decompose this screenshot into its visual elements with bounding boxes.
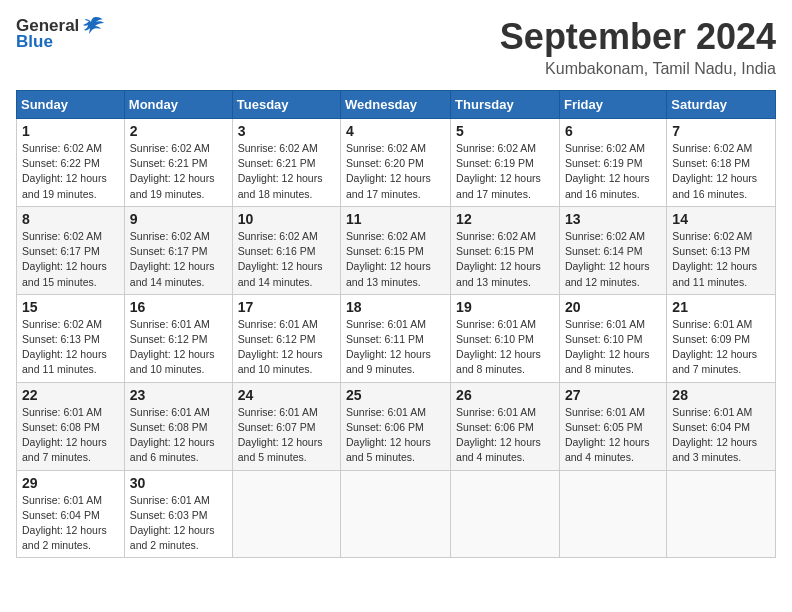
title-area: September 2024 Kumbakonam, Tamil Nadu, I… <box>500 16 776 78</box>
day-number: 17 <box>238 299 335 315</box>
day-number: 27 <box>565 387 661 403</box>
day-info: Sunrise: 6:02 AM Sunset: 6:17 PM Dayligh… <box>130 229 227 290</box>
day-info: Sunrise: 6:02 AM Sunset: 6:15 PM Dayligh… <box>456 229 554 290</box>
calendar-cell: 26 Sunrise: 6:01 AM Sunset: 6:06 PM Dayl… <box>451 382 560 470</box>
calendar-cell: 28 Sunrise: 6:01 AM Sunset: 6:04 PM Dayl… <box>667 382 776 470</box>
col-header-friday: Friday <box>559 91 666 119</box>
calendar-cell: 15 Sunrise: 6:02 AM Sunset: 6:13 PM Dayl… <box>17 294 125 382</box>
day-number: 8 <box>22 211 119 227</box>
calendar-cell <box>667 470 776 558</box>
calendar-cell: 4 Sunrise: 6:02 AM Sunset: 6:20 PM Dayli… <box>341 119 451 207</box>
day-info: Sunrise: 6:01 AM Sunset: 6:04 PM Dayligh… <box>22 493 119 554</box>
calendar-cell: 7 Sunrise: 6:02 AM Sunset: 6:18 PM Dayli… <box>667 119 776 207</box>
calendar-cell: 13 Sunrise: 6:02 AM Sunset: 6:14 PM Dayl… <box>559 206 666 294</box>
day-number: 15 <box>22 299 119 315</box>
calendar-cell: 3 Sunrise: 6:02 AM Sunset: 6:21 PM Dayli… <box>232 119 340 207</box>
calendar-cell: 21 Sunrise: 6:01 AM Sunset: 6:09 PM Dayl… <box>667 294 776 382</box>
calendar-table: SundayMondayTuesdayWednesdayThursdayFrid… <box>16 90 776 558</box>
calendar-cell: 2 Sunrise: 6:02 AM Sunset: 6:21 PM Dayli… <box>124 119 232 207</box>
day-number: 26 <box>456 387 554 403</box>
day-number: 28 <box>672 387 770 403</box>
calendar-cell: 17 Sunrise: 6:01 AM Sunset: 6:12 PM Dayl… <box>232 294 340 382</box>
calendar-cell: 24 Sunrise: 6:01 AM Sunset: 6:07 PM Dayl… <box>232 382 340 470</box>
day-number: 7 <box>672 123 770 139</box>
calendar-cell: 14 Sunrise: 6:02 AM Sunset: 6:13 PM Dayl… <box>667 206 776 294</box>
day-number: 16 <box>130 299 227 315</box>
day-info: Sunrise: 6:02 AM Sunset: 6:19 PM Dayligh… <box>456 141 554 202</box>
day-info: Sunrise: 6:01 AM Sunset: 6:04 PM Dayligh… <box>672 405 770 466</box>
calendar-cell <box>232 470 340 558</box>
calendar-cell: 23 Sunrise: 6:01 AM Sunset: 6:08 PM Dayl… <box>124 382 232 470</box>
calendar-cell: 12 Sunrise: 6:02 AM Sunset: 6:15 PM Dayl… <box>451 206 560 294</box>
day-number: 12 <box>456 211 554 227</box>
calendar-cell: 5 Sunrise: 6:02 AM Sunset: 6:19 PM Dayli… <box>451 119 560 207</box>
calendar-cell <box>559 470 666 558</box>
day-info: Sunrise: 6:01 AM Sunset: 6:05 PM Dayligh… <box>565 405 661 466</box>
calendar-cell: 8 Sunrise: 6:02 AM Sunset: 6:17 PM Dayli… <box>17 206 125 294</box>
day-number: 19 <box>456 299 554 315</box>
page-header: General Blue September 2024 Kumbakonam, … <box>16 16 776 78</box>
day-number: 5 <box>456 123 554 139</box>
day-number: 23 <box>130 387 227 403</box>
calendar-cell: 29 Sunrise: 6:01 AM Sunset: 6:04 PM Dayl… <box>17 470 125 558</box>
calendar-cell: 11 Sunrise: 6:02 AM Sunset: 6:15 PM Dayl… <box>341 206 451 294</box>
day-number: 10 <box>238 211 335 227</box>
day-info: Sunrise: 6:01 AM Sunset: 6:12 PM Dayligh… <box>130 317 227 378</box>
day-info: Sunrise: 6:01 AM Sunset: 6:10 PM Dayligh… <box>456 317 554 378</box>
day-number: 25 <box>346 387 445 403</box>
day-info: Sunrise: 6:01 AM Sunset: 6:08 PM Dayligh… <box>130 405 227 466</box>
day-info: Sunrise: 6:01 AM Sunset: 6:10 PM Dayligh… <box>565 317 661 378</box>
day-info: Sunrise: 6:01 AM Sunset: 6:06 PM Dayligh… <box>346 405 445 466</box>
col-header-tuesday: Tuesday <box>232 91 340 119</box>
day-info: Sunrise: 6:01 AM Sunset: 6:12 PM Dayligh… <box>238 317 335 378</box>
day-number: 30 <box>130 475 227 491</box>
calendar-cell: 18 Sunrise: 6:01 AM Sunset: 6:11 PM Dayl… <box>341 294 451 382</box>
day-info: Sunrise: 6:02 AM Sunset: 6:22 PM Dayligh… <box>22 141 119 202</box>
day-info: Sunrise: 6:01 AM Sunset: 6:08 PM Dayligh… <box>22 405 119 466</box>
day-info: Sunrise: 6:02 AM Sunset: 6:21 PM Dayligh… <box>130 141 227 202</box>
calendar-cell: 22 Sunrise: 6:01 AM Sunset: 6:08 PM Dayl… <box>17 382 125 470</box>
day-info: Sunrise: 6:02 AM Sunset: 6:13 PM Dayligh… <box>22 317 119 378</box>
day-number: 9 <box>130 211 227 227</box>
day-info: Sunrise: 6:01 AM Sunset: 6:03 PM Dayligh… <box>130 493 227 554</box>
day-info: Sunrise: 6:01 AM Sunset: 6:09 PM Dayligh… <box>672 317 770 378</box>
col-header-sunday: Sunday <box>17 91 125 119</box>
day-info: Sunrise: 6:02 AM Sunset: 6:20 PM Dayligh… <box>346 141 445 202</box>
calendar-cell: 6 Sunrise: 6:02 AM Sunset: 6:19 PM Dayli… <box>559 119 666 207</box>
calendar-cell <box>451 470 560 558</box>
day-info: Sunrise: 6:01 AM Sunset: 6:06 PM Dayligh… <box>456 405 554 466</box>
col-header-saturday: Saturday <box>667 91 776 119</box>
calendar-cell: 10 Sunrise: 6:02 AM Sunset: 6:16 PM Dayl… <box>232 206 340 294</box>
calendar-cell: 19 Sunrise: 6:01 AM Sunset: 6:10 PM Dayl… <box>451 294 560 382</box>
day-number: 6 <box>565 123 661 139</box>
col-header-monday: Monday <box>124 91 232 119</box>
month-title: September 2024 <box>500 16 776 58</box>
day-info: Sunrise: 6:02 AM Sunset: 6:14 PM Dayligh… <box>565 229 661 290</box>
day-number: 22 <box>22 387 119 403</box>
logo-bird-icon <box>81 16 105 36</box>
calendar-cell: 1 Sunrise: 6:02 AM Sunset: 6:22 PM Dayli… <box>17 119 125 207</box>
day-info: Sunrise: 6:02 AM Sunset: 6:17 PM Dayligh… <box>22 229 119 290</box>
day-number: 21 <box>672 299 770 315</box>
day-info: Sunrise: 6:02 AM Sunset: 6:15 PM Dayligh… <box>346 229 445 290</box>
day-info: Sunrise: 6:01 AM Sunset: 6:11 PM Dayligh… <box>346 317 445 378</box>
calendar-cell: 25 Sunrise: 6:01 AM Sunset: 6:06 PM Dayl… <box>341 382 451 470</box>
calendar-cell: 20 Sunrise: 6:01 AM Sunset: 6:10 PM Dayl… <box>559 294 666 382</box>
day-info: Sunrise: 6:02 AM Sunset: 6:16 PM Dayligh… <box>238 229 335 290</box>
day-number: 20 <box>565 299 661 315</box>
day-info: Sunrise: 6:02 AM Sunset: 6:19 PM Dayligh… <box>565 141 661 202</box>
day-info: Sunrise: 6:02 AM Sunset: 6:21 PM Dayligh… <box>238 141 335 202</box>
day-number: 14 <box>672 211 770 227</box>
day-number: 29 <box>22 475 119 491</box>
col-header-thursday: Thursday <box>451 91 560 119</box>
location-title: Kumbakonam, Tamil Nadu, India <box>500 60 776 78</box>
day-number: 24 <box>238 387 335 403</box>
col-header-wednesday: Wednesday <box>341 91 451 119</box>
day-number: 3 <box>238 123 335 139</box>
day-number: 13 <box>565 211 661 227</box>
logo-blue: Blue <box>16 32 53 52</box>
day-number: 4 <box>346 123 445 139</box>
calendar-cell: 30 Sunrise: 6:01 AM Sunset: 6:03 PM Dayl… <box>124 470 232 558</box>
day-number: 1 <box>22 123 119 139</box>
day-number: 11 <box>346 211 445 227</box>
